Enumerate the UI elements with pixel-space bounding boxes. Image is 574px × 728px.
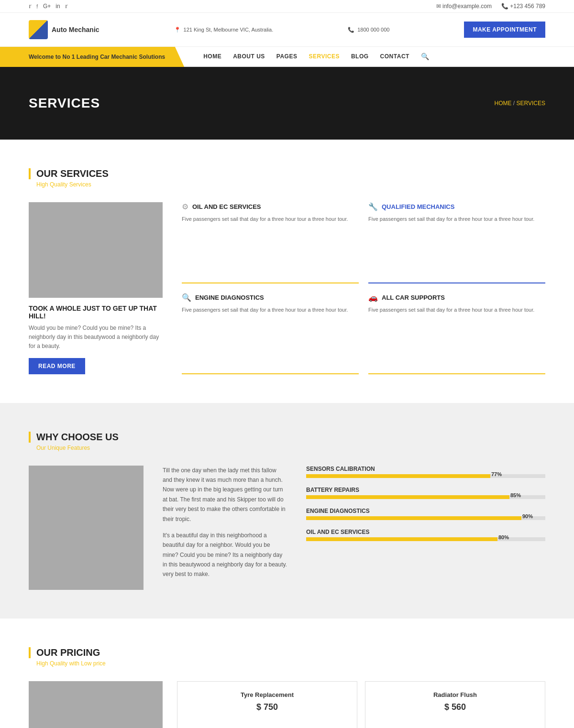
nav-home[interactable]: HOME: [203, 53, 221, 60]
service-item-oil-header: ⚙ OIL AND EC SERVICES: [182, 202, 359, 211]
site-header: Auto Mechanic 📍 121 King St, Melbourne V…: [0, 13, 574, 47]
nav-promo: Welcome to No 1 Leading Car Mechanic Sol…: [0, 47, 184, 67]
google-plus-icon[interactable]: G+: [43, 3, 51, 10]
why-text-2: It's a beautiful day in this neighborhoo…: [163, 531, 287, 579]
mechanics-icon: 🔧: [368, 202, 378, 211]
service-item-oil: ⚙ OIL AND EC SERVICES Five passengers se…: [182, 202, 359, 283]
nav-pages[interactable]: PAGES: [276, 53, 298, 60]
top-bar-contact: ✉ info@example.com 📞 +123 456 789: [436, 3, 545, 10]
skill-bar-label: OIL AND EC SERVICES: [306, 529, 545, 535]
facebook-icon[interactable]: 𝔣: [36, 3, 38, 10]
logo: Auto Mechanic: [29, 20, 99, 39]
top-bar: 𝕣 𝔣 G+ in 𝕣 ✉ info@example.com 📞 +123 45…: [0, 0, 574, 13]
service-item-carsupport-desc: Five passengers set sail that day for a …: [368, 306, 545, 315]
page-hero: SERVICES HOME / SERVICES: [0, 67, 574, 140]
services-left-desc: Would you be mine? Could you be mine? It…: [29, 324, 163, 351]
why-image: [29, 466, 144, 590]
pricing-image: [29, 681, 163, 728]
why-text-1: Till the one day when the lady met this …: [163, 466, 287, 524]
pricing-cards: Tyre Replacement $ 750 Radiator Flush $ …: [177, 681, 545, 728]
pricing-subtitle: High Quality with Low price: [36, 660, 545, 667]
logo-text: Auto Mechanic: [52, 26, 99, 33]
page-title: SERVICES: [29, 96, 545, 111]
map-icon: 📍: [174, 27, 181, 33]
skill-bar-track: [306, 537, 545, 541]
service-item-engine-desc: Five passengers set sail that day for a …: [182, 306, 359, 315]
linkedin-icon[interactable]: in: [55, 3, 60, 10]
carsupport-icon: 🚗: [368, 293, 378, 302]
service-item-carsupport: 🚗 ALL CAR SUPPORTS Five passengers set s…: [368, 293, 545, 374]
services-right: ⚙ OIL AND EC SERVICES Five passengers se…: [182, 202, 545, 374]
our-services-section: OUR SERVICES High Quality Services TOOK …: [0, 140, 574, 403]
service-item-carsupport-title: ALL CAR SUPPORTS: [382, 294, 445, 301]
skill-bar-label: BATTERY REPAIRS: [306, 487, 545, 493]
skill-bar-fill: [306, 474, 490, 478]
header-phone: 📞 1800 000 000: [348, 27, 389, 33]
logo-icon: [29, 20, 48, 39]
skill-bar-track: [306, 495, 545, 499]
skill-bar-track: [306, 474, 545, 478]
skill-bar-fill: [306, 537, 497, 541]
why-bars: SENSORS CALIBRATION BATTERY REPAIRS ENGI…: [306, 466, 545, 550]
why-content: Till the one day when the lady met this …: [29, 466, 545, 590]
pricing-content: Tyre Replacement $ 750 Radiator Flush $ …: [29, 681, 545, 728]
appointment-button[interactable]: MAKE APPOINTMENT: [464, 22, 545, 38]
service-item-mechanics-desc: Five passengers set sail that day for a …: [368, 215, 545, 224]
service-item-mechanics: 🔧 QUALIFIED MECHANICS Five passengers se…: [368, 202, 545, 283]
services-left: TOOK A WHOLE JUST TO GET UP THAT HILL! W…: [29, 202, 163, 374]
service-item-mechanics-title: QUALIFIED MECHANICS: [382, 203, 454, 210]
top-phone: 📞 +123 456 789: [501, 3, 545, 10]
pinterest-icon[interactable]: 𝕣: [65, 3, 68, 10]
pricing-card-radiator: Radiator Flush $ 560: [365, 681, 545, 728]
skill-bar: ENGINE DIAGNOSTICS: [306, 508, 545, 520]
nav-menu: HOME ABOUT US PAGES SERVICES BLOG CONTAC…: [184, 47, 574, 67]
pricing-card-radiator-price: $ 560: [375, 702, 535, 712]
nav-services[interactable]: SERVICES: [309, 53, 339, 60]
phone-icon: 📞: [348, 27, 354, 33]
service-item-engine: 🔍 ENGINE DIAGNOSTICS Five passengers set…: [182, 293, 359, 374]
engine-icon: 🔍: [182, 293, 191, 302]
skill-bar: OIL AND EC SERVICES: [306, 529, 545, 541]
why-choose-section: WHY CHOOSE US Our Unique Features Till t…: [0, 403, 574, 619]
pricing-card-tyre: Tyre Replacement $ 750: [177, 681, 357, 728]
pricing-card-tyre-name: Tyre Replacement: [187, 691, 347, 698]
twitter-icon[interactable]: 𝕣: [29, 3, 32, 10]
service-item-carsupport-header: 🚗 ALL CAR SUPPORTS: [368, 293, 545, 302]
services-content: TOOK A WHOLE JUST TO GET UP THAT HILL! W…: [29, 202, 545, 374]
skill-bar-fill: [306, 495, 509, 499]
why-section-header: WHY CHOOSE US Our Unique Features: [29, 432, 545, 451]
read-more-button[interactable]: READ MORE: [29, 358, 85, 374]
social-links[interactable]: 𝕣 𝔣 G+ in 𝕣: [29, 3, 68, 10]
pricing-title: OUR PRICING: [29, 647, 100, 658]
service-item-oil-desc: Five passengers set sail that day for a …: [182, 215, 359, 224]
why-section-subtitle: Our Unique Features: [36, 445, 545, 451]
service-item-mechanics-header: 🔧 QUALIFIED MECHANICS: [368, 202, 545, 211]
services-section-subtitle: High Quality Services: [36, 181, 545, 188]
why-section-title: WHY CHOOSE US: [29, 432, 119, 443]
service-item-engine-title: ENGINE DIAGNOSTICS: [195, 294, 264, 301]
service-item-engine-header: 🔍 ENGINE DIAGNOSTICS: [182, 293, 359, 302]
service-item-oil-title: OIL AND EC SERVICES: [192, 203, 261, 210]
header-address: 📍 121 King St, Melbourne VIC, Australia.: [174, 27, 274, 33]
search-icon[interactable]: 🔍: [421, 53, 429, 60]
top-email: ✉ info@example.com: [436, 3, 492, 10]
skill-bar-fill: [306, 516, 521, 520]
services-left-heading: TOOK A WHOLE JUST TO GET UP THAT HILL!: [29, 304, 163, 320]
skill-bar: SENSORS CALIBRATION: [306, 466, 545, 478]
nav-contact[interactable]: CONTACT: [380, 53, 409, 60]
section-header: OUR SERVICES High Quality Services: [29, 168, 545, 188]
pricing-card-tyre-price: $ 750: [187, 702, 347, 712]
pricing-card-radiator-name: Radiator Flush: [375, 691, 535, 698]
pricing-section: OUR PRICING High Quality with Low price …: [0, 619, 574, 728]
skill-bar-track: [306, 516, 545, 520]
skill-bar: BATTERY REPAIRS: [306, 487, 545, 499]
navigation: Welcome to No 1 Leading Car Mechanic Sol…: [0, 47, 574, 67]
services-image: [29, 202, 163, 298]
nav-about[interactable]: ABOUT US: [233, 53, 265, 60]
breadcrumb: HOME / SERVICES: [495, 100, 545, 107]
skill-bar-label: ENGINE DIAGNOSTICS: [306, 508, 545, 514]
skill-bar-label: SENSORS CALIBRATION: [306, 466, 545, 472]
why-text: Till the one day when the lady met this …: [163, 466, 287, 586]
nav-blog[interactable]: BLOG: [351, 53, 369, 60]
services-section-title: OUR SERVICES: [29, 168, 109, 179]
